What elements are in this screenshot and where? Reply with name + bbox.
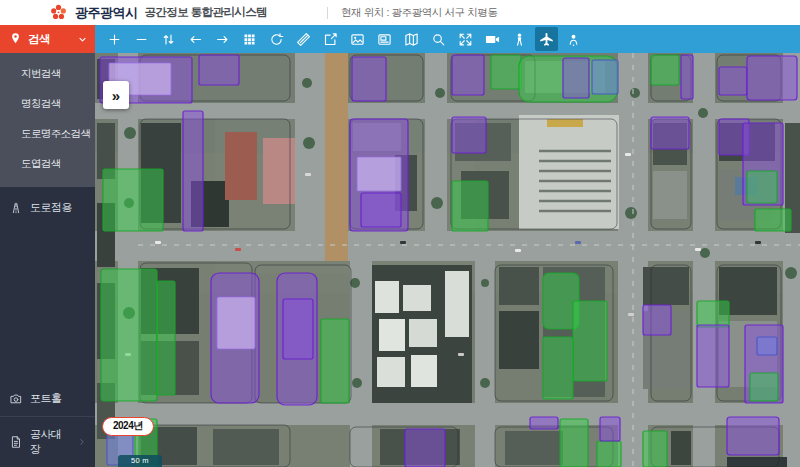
tool-zoom-in-button[interactable] bbox=[103, 27, 126, 51]
app-subtitle: 공간정보 통합관리시스템 bbox=[145, 5, 268, 20]
gwangju-logo-icon bbox=[49, 3, 68, 22]
arrow-right-icon bbox=[215, 32, 230, 47]
sidebar-item-pothole[interactable]: 포트홀 bbox=[0, 381, 95, 416]
tool-my-location-button[interactable] bbox=[562, 27, 585, 51]
sidebar-item-jibeon-search[interactable]: 지번검색 bbox=[0, 59, 95, 89]
map-viewport[interactable]: » 2024년 50 m bbox=[95, 53, 800, 467]
road-icon bbox=[9, 201, 23, 215]
video-icon bbox=[485, 32, 500, 47]
sidebar-item-name-search[interactable]: 명칭검색 bbox=[0, 89, 95, 119]
tool-cctv-button[interactable] bbox=[481, 27, 504, 51]
sidebar-section-search[interactable]: 검색 bbox=[0, 25, 95, 53]
minus-icon bbox=[134, 32, 149, 47]
person-pin-icon bbox=[566, 32, 581, 47]
tool-pan-button[interactable] bbox=[157, 27, 180, 51]
aerial-map bbox=[95, 53, 800, 467]
tool-full-extent-button[interactable] bbox=[454, 27, 477, 51]
tool-photo-card-button[interactable] bbox=[373, 27, 396, 51]
refresh-icon bbox=[269, 32, 284, 47]
sidebar-item-doyeop-search[interactable]: 도엽검색 bbox=[0, 149, 95, 179]
current-location-label: 현재 위치 : 광주광역시 서구 치평동 bbox=[341, 6, 498, 20]
search-icon bbox=[431, 32, 446, 47]
person-icon bbox=[512, 32, 527, 47]
map-fold-icon bbox=[404, 32, 419, 47]
header-divider bbox=[327, 7, 328, 19]
tool-image-button[interactable] bbox=[346, 27, 369, 51]
plus-icon bbox=[107, 32, 122, 47]
camera-icon bbox=[9, 392, 23, 406]
sidebar-item-label: 포트홀 bbox=[30, 391, 62, 406]
draw-icon bbox=[323, 32, 338, 47]
image-icon bbox=[350, 32, 365, 47]
sidebar-item-road-address-search[interactable]: 도로명주소검색 bbox=[0, 119, 95, 149]
app-header: 광주광역시 공간정보 통합관리시스템 현재 위치 : 광주광역시 서구 치평동 bbox=[0, 0, 800, 25]
tool-search-button[interactable] bbox=[427, 27, 450, 51]
sidebar-expand-button[interactable]: » bbox=[103, 81, 129, 109]
tool-roadview-button[interactable] bbox=[508, 27, 531, 51]
swap-vertical-icon bbox=[161, 32, 176, 47]
sidebar-item-construction-ledger[interactable]: 공사대장 bbox=[0, 416, 95, 467]
search-section-label: 검색 bbox=[28, 32, 50, 47]
photo-card-icon bbox=[377, 32, 392, 47]
sidebar: 검색 지번검색명칭검색도로명주소검색도엽검색 도로점용 포트홀공사대장 bbox=[0, 25, 95, 467]
tool-back-button[interactable] bbox=[184, 27, 207, 51]
search-submenu: 지번검색명칭검색도로명주소검색도엽검색 bbox=[0, 53, 95, 187]
tool-draw-button[interactable] bbox=[319, 27, 342, 51]
sidebar-item-label: 도로점용 bbox=[30, 200, 72, 215]
airplane-icon bbox=[539, 32, 554, 47]
sidebar-spacer bbox=[0, 225, 95, 381]
chevron-right-icon bbox=[77, 437, 87, 447]
tool-refresh-button[interactable] bbox=[265, 27, 288, 51]
arrow-left-icon bbox=[188, 32, 203, 47]
pin-icon bbox=[9, 32, 22, 47]
tool-map-sheet-button[interactable] bbox=[400, 27, 423, 51]
sidebar-item-road-occupation[interactable]: 도로점용 bbox=[0, 190, 95, 225]
app-window: 광주광역시 공간정보 통합관리시스템 현재 위치 : 광주광역시 서구 치평동 … bbox=[0, 0, 800, 467]
scale-bar: 50 m bbox=[118, 455, 162, 467]
tool-aerial-button[interactable] bbox=[535, 27, 558, 51]
tool-grid-button[interactable] bbox=[238, 27, 261, 51]
chevron-down-icon bbox=[77, 34, 88, 45]
map-toolbar bbox=[95, 25, 800, 53]
year-badge[interactable]: 2024년 bbox=[102, 417, 154, 436]
app-title: 광주광역시 bbox=[75, 4, 138, 22]
grid-icon bbox=[242, 32, 257, 47]
measure-icon bbox=[296, 32, 311, 47]
document-icon bbox=[9, 435, 23, 449]
tool-measure-button[interactable] bbox=[292, 27, 315, 51]
extent-icon bbox=[458, 32, 473, 47]
tool-zoom-out-button[interactable] bbox=[130, 27, 153, 51]
sidebar-item-label: 공사대장 bbox=[30, 427, 70, 457]
tool-forward-button[interactable] bbox=[211, 27, 234, 51]
